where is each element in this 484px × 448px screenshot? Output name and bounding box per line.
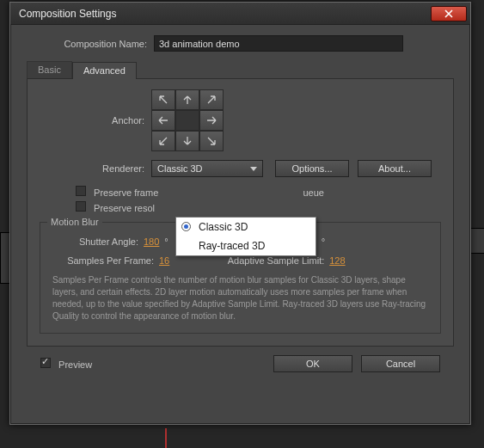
tab-basic[interactable]: Basic [27,61,72,78]
preserve-frame-checkbox[interactable] [76,186,86,196]
titlebar[interactable]: Composition Settings [10,3,470,25]
anchor-label: Anchor: [40,115,151,126]
degree-unit: ° [322,236,325,247]
composition-settings-dialog: Composition Settings Composition Name: B… [9,2,471,425]
motion-blur-legend: Motion Blur [47,217,102,227]
preserve-frame-row: Preserve frame ueue [76,186,441,198]
preserve-resolution-row: Preserve resol [76,201,441,213]
option-label: Classic 3D [199,221,248,233]
options-button[interactable]: Options... [275,160,349,177]
anchor-tl[interactable] [151,89,175,110]
arrow-down-icon [181,136,193,146]
anchor-bl[interactable] [151,131,175,151]
tab-content-advanced: Anchor: Renderer: Classic 3D [27,79,454,347]
anchor-row: Anchor: [40,89,441,151]
window-title: Composition Settings [19,8,116,20]
renderer-label: Renderer: [40,163,151,174]
anchor-l[interactable] [151,110,175,131]
comp-name-input[interactable] [154,35,403,52]
comp-name-label: Composition Name: [27,39,154,49]
preserve-resolution-checkbox[interactable] [76,201,86,212]
asl-label: Adaptive Sample Limit: [202,255,324,266]
shutter-angle-label: Shutter Angle: [52,236,138,247]
close-icon [444,9,453,18]
motion-blur-help: Samples Per Frame controls the number of… [52,274,428,322]
renderer-row: Renderer: Classic 3D Options... About... [40,160,441,177]
dialog-body: Composition Name: Basic Advanced Anchor: [10,25,470,424]
dialog-footer: Preview OK Cancel [27,347,454,383]
renderer-option-raytraced3d[interactable]: Ray-traced 3D [176,236,316,255]
ok-button[interactable]: OK [273,355,352,372]
preview-row: Preview [40,358,92,370]
preserve-frame-suffix: ueue [303,187,323,198]
renderer-dropdown[interactable]: Classic 3D [151,160,263,177]
option-label: Ray-traced 3D [199,240,265,252]
cancel-button[interactable]: Cancel [361,355,440,372]
about-button[interactable]: About... [358,160,432,177]
shutter-angle-value[interactable]: 180 [144,236,159,247]
anchor-grid [151,89,224,151]
close-button[interactable] [431,6,467,21]
anchor-r[interactable] [199,110,224,131]
anchor-tr[interactable] [199,89,224,110]
arrow-down-left-icon [157,136,169,146]
asl-value[interactable]: 128 [329,255,345,266]
degree-unit: ° [164,236,168,247]
anchor-b[interactable] [175,131,199,151]
arrow-right-icon [205,115,217,126]
anchor-t[interactable] [175,89,199,110]
samples-label: Samples Per Frame: [52,255,154,266]
tabstrip: Basic Advanced [27,60,454,79]
samples-row: Samples Per Frame: 16 Adaptive Sample Li… [52,255,428,266]
tab-advanced[interactable]: Advanced [72,62,137,79]
samples-value[interactable]: 16 [159,255,169,266]
preserve-resolution-label: Preserve resol [94,203,155,213]
anchor-br[interactable] [199,131,224,151]
preserve-frame-label: Preserve frame [94,187,158,198]
arrow-up-right-icon [205,95,217,105]
preview-checkbox[interactable] [40,358,51,368]
renderer-dropdown-popup: Classic 3D Ray-traced 3D [175,217,316,256]
arrow-up-left-icon [157,95,169,105]
renderer-option-classic3d[interactable]: Classic 3D [176,218,316,236]
arrow-down-right-icon [205,136,217,146]
radio-selected-icon [181,222,191,231]
chevron-down-icon [250,167,257,171]
timeline-indicator [165,428,167,448]
preview-label: Preview [58,359,92,370]
anchor-center[interactable] [175,110,199,131]
comp-name-row: Composition Name: [27,35,454,52]
arrow-up-icon [181,95,193,105]
renderer-selected: Classic 3D [157,163,203,174]
arrow-left-icon [157,115,169,126]
